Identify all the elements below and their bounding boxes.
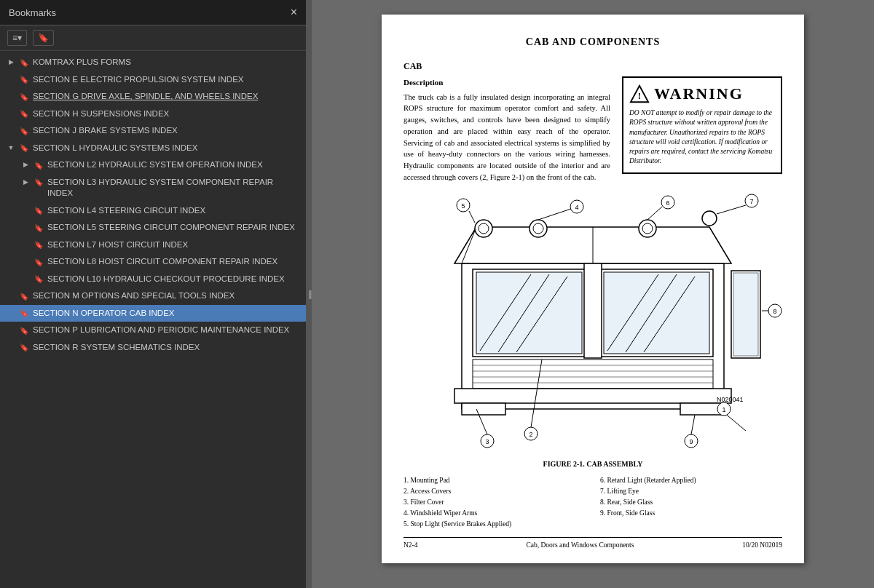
- bookmark-label-sectionP: SECTION P LUBRICATION AND PERIODIC MAINT…: [33, 325, 300, 336]
- bookmark-icon-sectionP: 🔖: [19, 325, 29, 335]
- parts-list-right: 6. Retard Light (Retarder Applied)7. Lif…: [600, 475, 782, 531]
- bookmark-icon-sectionL: 🔖: [19, 143, 29, 154]
- bookmark-icon-sectionM: 🔖: [19, 291, 29, 301]
- expand-icon-sectionL4: [20, 206, 31, 216]
- svg-rect-23: [454, 389, 731, 403]
- footer-section: Cab, Doors and Windows Components: [526, 541, 634, 549]
- svg-text:8: 8: [773, 308, 776, 315]
- bookmark-item-sectionP[interactable]: 🔖SECTION P LUBRICATION AND PERIODIC MAIN…: [0, 322, 306, 339]
- bookmark-label-sectionM: SECTION M OPTIONS AND SPECIAL TOOLS INDE…: [33, 290, 300, 302]
- content-left: Description The truck cab is a fully ins…: [403, 76, 610, 183]
- bookmark-label-sectionL3: SECTION L3 HYDRAULIC SYSTEM COMPONENT RE…: [47, 177, 300, 199]
- doc-page: CAB AND COMPONENTS CAB Description The t…: [382, 15, 804, 563]
- svg-line-50: [647, 207, 662, 220]
- bookmark-item-sectionE[interactable]: 🔖SECTION E ELECTRIC PROPULSION SYSTEM IN…: [0, 71, 306, 89]
- bookmark-item-sectionL10[interactable]: 🔖SECTION L10 HYDRAULIC CHECKOUT PROCEDUR…: [0, 271, 306, 288]
- bookmark-icon-sectionL7: 🔖: [34, 240, 44, 250]
- svg-text:7: 7: [749, 198, 753, 205]
- bookmark-item-sectionR[interactable]: 🔖SECTION R SYSTEM SCHEMATICS INDEX: [0, 339, 306, 357]
- bookmark-icon-sectionH: 🔖: [19, 109, 29, 119]
- bookmark-item-komtrax[interactable]: 🔖KOMTRAX PLUS FORMS: [0, 54, 306, 71]
- expand-icon-sectionL2[interactable]: [20, 160, 31, 170]
- part-item: 8. Rear, Side Glass: [600, 497, 782, 508]
- footer-date: 10/20 N02019: [742, 541, 782, 549]
- expand-icon-komtrax[interactable]: [6, 57, 16, 68]
- bookmark-icon-sectionG: 🔖: [19, 92, 29, 102]
- bookmark-item-sectionN[interactable]: 🔖SECTION N OPERATOR CAB INDEX: [0, 305, 306, 322]
- svg-point-32: [702, 211, 717, 226]
- part-item: 4. Windshield Wiper Arms: [403, 508, 586, 519]
- expand-icon-sectionR: [6, 343, 16, 353]
- bookmark-label-sectionL4: SECTION L4 STEERING CIRCUIT INDEX: [47, 205, 300, 217]
- expand-icon-sectionL[interactable]: [6, 143, 16, 154]
- svg-text:3: 3: [485, 438, 489, 445]
- bookmark-label-sectionH: SECTION H SUSPENSIONS INDEX: [33, 108, 300, 120]
- resize-handle[interactable]: ▐: [306, 0, 312, 588]
- svg-text:9: 9: [689, 438, 693, 445]
- bookmark-item-sectionG[interactable]: 🔖SECTION G DRIVE AXLE, SPINDLE, AND WHEE…: [0, 88, 306, 106]
- svg-rect-34: [733, 273, 758, 356]
- expand-icon-sectionL7: [20, 240, 31, 250]
- sidebar: Bookmarks × ≡▾ 🔖 🔖KOMTRAX PLUS FORMS🔖SEC…: [0, 0, 306, 588]
- doc-viewer[interactable]: CAB AND COMPONENTS CAB Description The t…: [312, 0, 874, 588]
- bookmark-item-sectionM[interactable]: 🔖SECTION M OPTIONS AND SPECIAL TOOLS IND…: [0, 287, 306, 305]
- svg-point-29: [479, 223, 489, 234]
- expand-icon-sectionM: [6, 291, 16, 301]
- bookmark-item-sectionH[interactable]: 🔖SECTION H SUSPENSIONS INDEX: [0, 106, 306, 123]
- part-item: 7. Lifting Eye: [600, 486, 782, 497]
- description-label: Description: [403, 76, 610, 89]
- bookmark-icon-sectionL5: 🔖: [34, 223, 44, 233]
- svg-line-53: [717, 205, 746, 214]
- svg-rect-24: [462, 403, 505, 415]
- bookmark-label-sectionG: SECTION G DRIVE AXLE, SPINDLE, AND WHEEL…: [33, 91, 300, 103]
- part-item: 1. Mounting Pad: [403, 475, 586, 486]
- bookmark-label-sectionL2: SECTION L2 HYDRAULIC SYSTEM OPERATION IN…: [47, 159, 300, 171]
- svg-line-35: [724, 413, 746, 431]
- bookmark-item-sectionL8[interactable]: 🔖SECTION L8 HOIST CIRCUIT COMPONENT REPA…: [0, 253, 306, 271]
- bookmark-options-button[interactable]: 🔖: [33, 30, 54, 46]
- bookmark-item-sectionL[interactable]: 🔖SECTION L HYDRAULIC SYSTEMS INDEX: [0, 140, 306, 157]
- warning-label: WARNING: [654, 84, 744, 103]
- svg-text:!: !: [638, 90, 641, 101]
- sidebar-toolbar: ≡▾ 🔖: [0, 25, 306, 51]
- bookmark-item-sectionL3[interactable]: 🔖SECTION L3 HYDRAULIC SYSTEM COMPONENT R…: [0, 174, 306, 202]
- parts-list-left: 1. Mounting Pad2. Access Covers3. Filter…: [403, 475, 586, 531]
- page-footer: N2-4 Cab, Doors and Windows Components 1…: [403, 537, 782, 549]
- bookmark-item-sectionL4[interactable]: 🔖SECTION L4 STEERING CIRCUIT INDEX: [0, 202, 306, 220]
- expand-icon-sectionN: [6, 309, 16, 319]
- bookmark-item-sectionL7[interactable]: 🔖SECTION L7 HOIST CIRCUIT INDEX: [0, 237, 306, 254]
- warning-triangle-icon: !: [629, 84, 650, 104]
- svg-text:1: 1: [722, 406, 725, 413]
- bookmark-item-sectionL5[interactable]: 🔖SECTION L5 STEERING CIRCUIT COMPONENT R…: [0, 219, 306, 237]
- bookmark-icon-sectionN: 🔖: [19, 309, 29, 319]
- footer-page-num: N2-4: [403, 541, 418, 549]
- expand-icon-sectionE: [6, 75, 16, 85]
- bookmark-label-sectionL8: SECTION L8 HOIST CIRCUIT COMPONENT REPAI…: [47, 256, 300, 268]
- view-options-button[interactable]: ≡▾: [7, 30, 27, 46]
- content-right: ! WARNING DO NOT attempt to modify or re…: [622, 76, 782, 183]
- expand-icon-sectionL3[interactable]: [20, 178, 31, 188]
- svg-text:5: 5: [461, 202, 465, 210]
- part-item: 9. Front, Side Glass: [600, 508, 782, 519]
- warning-header: ! WARNING: [629, 84, 775, 104]
- svg-line-47: [469, 211, 475, 223]
- bookmark-item-sectionJ[interactable]: 🔖SECTION J BRAKE SYSTEMS INDEX: [0, 122, 306, 140]
- body-text: The truck cab is a fully insulated desig…: [403, 92, 610, 183]
- bookmark-icon-sectionL4: 🔖: [34, 206, 44, 216]
- expand-icon-sectionL8: [20, 257, 31, 267]
- svg-text:6: 6: [666, 199, 669, 207]
- bookmark-label-komtrax: KOMTRAX PLUS FORMS: [33, 57, 300, 68]
- svg-line-44: [538, 209, 571, 220]
- bookmark-item-sectionL2[interactable]: 🔖SECTION L2 HYDRAULIC SYSTEM OPERATION I…: [0, 156, 306, 174]
- main-content: CAB AND COMPONENTS CAB Description The t…: [312, 0, 874, 588]
- bookmark-list: 🔖KOMTRAX PLUS FORMS🔖SECTION E ELECTRIC P…: [0, 51, 306, 588]
- bookmark-label-sectionN: SECTION N OPERATOR CAB INDEX: [33, 308, 300, 319]
- expand-icon-sectionH: [6, 109, 16, 119]
- cab-diagram: 1 2 3 4 5 6: [403, 191, 782, 453]
- bookmark-icon-komtrax: 🔖: [19, 57, 29, 68]
- part-item: 5. Stop Light (Service Brakes Applied): [403, 519, 586, 530]
- bookmark-icon-sectionL10: 🔖: [34, 274, 44, 285]
- page-title: CAB AND COMPONENTS: [403, 36, 782, 48]
- close-button[interactable]: ×: [291, 6, 297, 19]
- svg-text:4: 4: [575, 204, 578, 211]
